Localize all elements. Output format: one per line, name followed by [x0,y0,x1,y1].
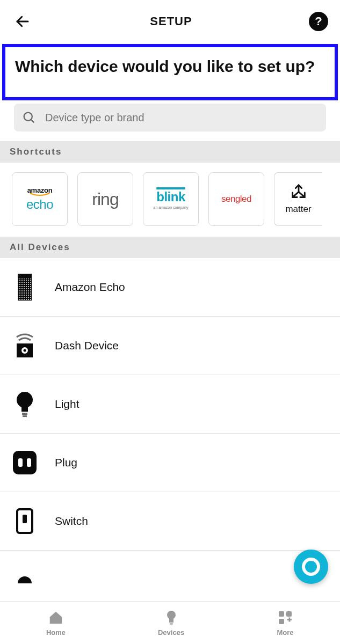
amazon-logo: amazon [27,187,53,197]
sengled-logo: sengled [221,194,251,204]
svg-point-1 [24,113,32,121]
device-item-amazon-echo[interactable]: Amazon Echo [0,258,340,317]
page-title: SETUP [150,14,192,28]
nav-home[interactable]: Home [46,609,66,636]
device-label: Light [55,398,79,411]
back-button[interactable] [12,11,33,32]
search-input[interactable] [45,112,319,124]
device-item-switch[interactable]: Switch [0,492,340,551]
shortcut-sengled[interactable]: sengled [208,172,264,226]
nav-label: Devices [158,628,184,636]
svg-rect-7 [18,278,32,301]
nav-label: Home [46,628,66,636]
switch-icon [13,506,37,536]
search-icon [21,110,37,125]
partial-device-icon [13,565,37,595]
blink-subtext: an amazon company [154,206,189,209]
setup-prompt: Which device would you like to set up? [15,56,325,77]
echo-device-icon [13,272,37,302]
shortcut-blink[interactable]: blink an amazon company [143,172,199,226]
section-all-devices-header: All Devices [0,237,340,258]
device-item-partial[interactable] [0,551,340,595]
home-icon [47,609,64,626]
device-list: Amazon Echo Dash Device Light Plug Switc… [0,258,340,595]
device-label: Plug [55,456,77,469]
alexa-icon [302,558,320,576]
device-label: Dash Device [55,339,119,352]
light-icon [13,389,37,419]
plug-icon [13,448,37,478]
search-bar[interactable] [14,104,326,131]
svg-point-16 [167,611,176,619]
svg-point-11 [24,349,26,352]
svg-rect-21 [279,619,284,624]
svg-rect-18 [170,623,173,625]
devices-nav-icon [163,609,180,626]
svg-rect-14 [22,413,27,415]
device-item-dash-device[interactable]: Dash Device [0,317,340,375]
device-label: Switch [55,515,88,528]
search-container [0,100,340,141]
shortcut-amazon-echo[interactable]: amazon echo [12,172,68,226]
dash-device-icon [13,331,37,361]
shortcut-matter[interactable]: matter [274,172,322,226]
svg-line-2 [31,120,34,123]
alexa-voice-button[interactable] [294,550,328,584]
svg-rect-19 [279,611,284,617]
more-icon [277,609,294,626]
nav-devices[interactable]: Devices [158,609,184,636]
svg-rect-20 [286,611,292,617]
nav-label: More [277,628,294,636]
matter-icon [290,184,308,202]
svg-line-5 [299,192,304,197]
svg-rect-23 [289,618,291,622]
device-item-light[interactable]: Light [0,375,340,434]
matter-label: matter [285,204,311,215]
svg-rect-13 [21,406,28,412]
shortcuts-row: amazon echo ring blink an amazon company… [0,163,340,237]
nav-more[interactable]: More [277,609,294,636]
ring-logo: ring [92,189,118,209]
svg-point-12 [17,392,33,408]
app-header: SETUP ? [0,0,340,40]
prompt-highlight: Which device would you like to set up? [2,44,338,100]
blink-logo: blink [156,189,185,204]
svg-line-4 [293,192,299,197]
help-icon: ? [315,14,322,28]
shortcut-ring[interactable]: ring [77,172,133,226]
bottom-nav: Home Devices More [0,601,340,644]
device-label: Amazon Echo [55,281,125,294]
back-arrow-icon [15,13,31,30]
svg-rect-15 [23,415,27,417]
device-item-plug[interactable]: Plug [0,434,340,492]
svg-rect-17 [169,619,173,623]
help-button[interactable]: ? [309,12,328,31]
echo-logo: echo [26,197,53,212]
section-shortcuts-header: Shortcuts [0,141,340,163]
